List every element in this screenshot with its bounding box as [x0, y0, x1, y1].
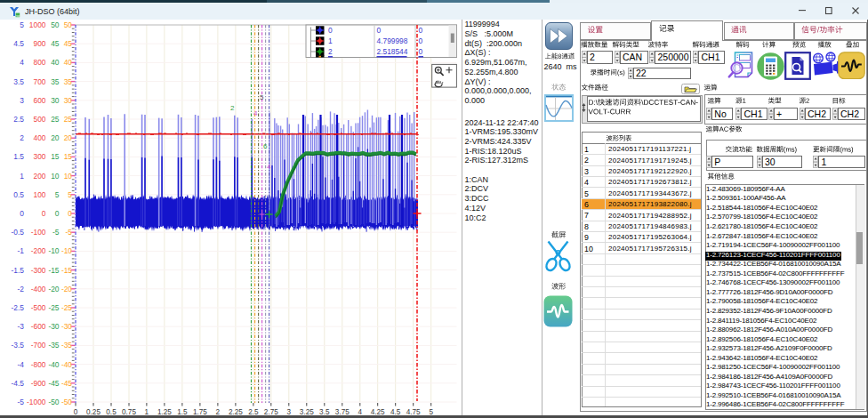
svg-text:1.5: 1.5: [13, 152, 24, 161]
svg-text:-50: -50: [48, 398, 59, 406]
svg-text:-300: -300: [31, 266, 46, 275]
svg-text:-35: -35: [48, 341, 59, 350]
svg-text:6: 6: [263, 142, 268, 150]
svg-text:-2: -2: [18, 285, 25, 293]
svg-text:-600: -600: [31, 322, 46, 331]
svg-text:200: 200: [34, 172, 46, 181]
svg-text:-3.5: -3.5: [12, 341, 25, 350]
svg-text:45: 45: [51, 39, 60, 48]
svg-text:-25: -25: [48, 303, 59, 312]
svg-text:-1.5: -1.5: [12, 266, 25, 275]
svg-text:25: 25: [64, 115, 73, 124]
svg-text:25: 25: [51, 115, 60, 124]
svg-text:0: 0: [419, 47, 423, 56]
svg-text:2.518544: 2.518544: [377, 47, 408, 56]
svg-text:10: 10: [51, 172, 60, 181]
svg-text:5: 5: [260, 93, 264, 101]
svg-text:1000: 1000: [29, 20, 46, 29]
svg-text:-20: -20: [48, 285, 59, 293]
svg-text:1: 1: [328, 36, 333, 45]
svg-text:-3: -3: [18, 322, 25, 331]
svg-text:-30: -30: [61, 322, 72, 331]
svg-text:so: so: [16, 13, 20, 18]
svg-text:-1000: -1000: [27, 398, 46, 406]
svg-text:-800: -800: [31, 360, 46, 369]
svg-text:15: 15: [51, 152, 60, 161]
svg-text:-200: -200: [31, 246, 46, 255]
svg-text:0: 0: [55, 209, 60, 218]
svg-text:15: 15: [64, 152, 73, 161]
svg-text:300: 300: [34, 152, 46, 161]
svg-text:900: 900: [34, 39, 46, 48]
svg-text:-50: -50: [61, 398, 72, 406]
svg-text:600: 600: [34, 96, 46, 105]
svg-text:-4.5: -4.5: [12, 379, 25, 388]
svg-text:-100: -100: [31, 228, 46, 237]
svg-text:-900: -900: [31, 379, 46, 388]
svg-text:500: 500: [34, 115, 46, 124]
svg-text:-35: -35: [61, 341, 72, 350]
svg-text:30: 30: [51, 96, 60, 105]
svg-text:4: 4: [267, 163, 271, 171]
svg-text:2: 2: [230, 104, 235, 112]
svg-text:-10: -10: [61, 246, 72, 255]
svg-text:-10: -10: [48, 246, 59, 255]
svg-text:50: 50: [51, 20, 60, 29]
svg-text:0: 0: [419, 36, 423, 45]
svg-text:-700: -700: [31, 341, 46, 350]
svg-text:4: 4: [253, 109, 258, 117]
svg-text:-25: -25: [61, 303, 72, 312]
svg-text:700: 700: [34, 77, 46, 86]
svg-text:-1: -1: [18, 246, 25, 255]
svg-text:0: 0: [328, 26, 333, 35]
svg-text:-20: -20: [61, 285, 72, 293]
svg-text:10: 10: [64, 172, 73, 181]
svg-text:400: 400: [34, 133, 46, 142]
svg-text:45: 45: [64, 39, 73, 48]
svg-text:-40: -40: [61, 360, 72, 369]
svg-text:4.799998: 4.799998: [377, 36, 408, 45]
svg-text:4: 4: [20, 58, 24, 67]
svg-text:0: 0: [20, 209, 24, 218]
svg-text:20: 20: [51, 133, 60, 142]
svg-text:2: 2: [328, 47, 333, 56]
svg-text:3: 3: [20, 96, 24, 105]
svg-text:50: 50: [64, 20, 73, 29]
svg-text:-5: -5: [52, 228, 60, 237]
svg-text:35: 35: [51, 77, 60, 86]
svg-text:-0.5: -0.5: [12, 228, 25, 237]
svg-text:1: 1: [20, 172, 24, 181]
svg-text:-30: -30: [48, 322, 59, 331]
svg-text:3.5: 3.5: [13, 77, 24, 86]
svg-text:35: 35: [64, 77, 73, 86]
svg-text:5: 5: [55, 190, 60, 199]
svg-text:0: 0: [419, 26, 423, 35]
svg-text:40: 40: [64, 58, 73, 67]
svg-text:-5: -5: [18, 398, 25, 406]
svg-text:4.5: 4.5: [13, 39, 24, 48]
svg-text:-45: -45: [48, 379, 59, 388]
svg-text:0: 0: [42, 209, 46, 218]
svg-text:-400: -400: [31, 285, 46, 293]
svg-text:0: 0: [68, 209, 72, 218]
svg-text:-15: -15: [61, 266, 72, 275]
svg-text:-40: -40: [48, 360, 59, 369]
svg-text:-4: -4: [18, 360, 25, 369]
svg-text:0: 0: [377, 26, 382, 35]
svg-text:40: 40: [51, 58, 60, 67]
svg-text:5: 5: [68, 190, 72, 199]
svg-text:30: 30: [64, 96, 73, 105]
svg-text:800: 800: [34, 58, 46, 67]
svg-text:0.5: 0.5: [13, 190, 24, 199]
svg-text:2.5: 2.5: [13, 115, 24, 124]
svg-text:-15: -15: [48, 266, 59, 275]
svg-text:-500: -500: [31, 303, 46, 312]
svg-text:-45: -45: [61, 379, 72, 388]
svg-text:2: 2: [20, 133, 24, 142]
svg-text:-5: -5: [66, 228, 73, 237]
svg-text:100: 100: [34, 190, 46, 199]
svg-text:5: 5: [20, 20, 24, 29]
svg-text:-2.5: -2.5: [12, 303, 25, 312]
svg-text:20: 20: [64, 133, 73, 142]
